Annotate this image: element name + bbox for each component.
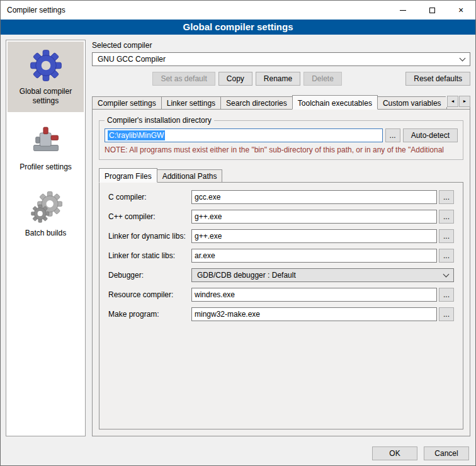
linker-static-input[interactable]: ar.exe [191, 249, 437, 263]
titlebar: Compiler settings × [1, 1, 475, 20]
field-label: Linker for static libs: [108, 251, 191, 260]
c-compiler-input[interactable]: gcc.exe [191, 190, 437, 204]
copy-button[interactable]: Copy [218, 72, 252, 86]
compiler-select[interactable]: GNU GCC Compiler [92, 52, 470, 66]
tab-search-directories[interactable]: Search directories [220, 96, 293, 109]
reset-defaults-button[interactable]: Reset defaults [405, 72, 470, 86]
profiler-icon [30, 125, 62, 157]
sidebar: Global compiler settings Profiler settin… [6, 40, 86, 436]
tab-scroll-left-icon[interactable]: ◄ [447, 96, 458, 107]
compiler-select-value: GNU GCC Compiler [98, 55, 166, 64]
install-note: NOTE: All programs must exist either in … [105, 145, 458, 154]
field-row-c-compiler: C compiler: gcc.exe ... [108, 190, 454, 204]
browse-button[interactable]: ... [439, 249, 454, 263]
make-program-input[interactable]: mingw32-make.exe [191, 307, 437, 321]
sidebar-item-label: Profiler settings [10, 162, 81, 172]
cpp-compiler-input[interactable]: g++.exe [191, 210, 437, 224]
browse-button[interactable]: ... [439, 210, 454, 224]
sidebar-item-profiler-settings[interactable]: Profiler settings [8, 117, 84, 178]
browse-button[interactable]: ... [439, 190, 454, 204]
chevron-down-icon [460, 55, 466, 61]
toolchain-executables-panel: Compiler's installation directory C:\ray… [92, 109, 470, 436]
ok-button[interactable]: OK [372, 446, 417, 460]
field-value: mingw32-make.exe [195, 310, 260, 319]
page-title: Global compiler settings [1, 20, 475, 35]
maximize-button[interactable] [417, 1, 446, 20]
field-row-debugger: Debugger: GDB/CDB debugger : Default [108, 268, 454, 282]
field-label: C++ compiler: [108, 212, 191, 221]
debugger-select-value: GDB/CDB debugger : Default [197, 271, 296, 280]
field-value: gcc.exe [195, 193, 220, 202]
minimize-icon [400, 10, 406, 11]
browse-button[interactable]: ... [439, 229, 454, 243]
installation-directory-group: Compiler's installation directory C:\ray… [99, 116, 463, 160]
sidebar-item-label: Global compiler settings [10, 87, 81, 106]
minimize-button[interactable] [388, 1, 417, 20]
browse-button[interactable]: ... [439, 307, 454, 321]
maximize-icon [429, 8, 435, 13]
field-row-linker-dynamic: Linker for dynamic libs: g++.exe ... [108, 229, 454, 243]
installation-directory-label: Compiler's installation directory [105, 116, 214, 125]
linker-dynamic-input[interactable]: g++.exe [191, 229, 437, 243]
main-panel: Selected compiler GNU GCC Compiler Set a… [92, 40, 470, 436]
sidebar-item-label: Batch builds [10, 229, 81, 238]
sidebar-item-global-compiler-settings[interactable]: Global compiler settings [8, 42, 84, 112]
field-row-make-program: Make program: mingw32-make.exe ... [108, 307, 454, 321]
install-dir-browse-button[interactable]: ... [385, 128, 400, 142]
field-row-cpp-compiler: C++ compiler: g++.exe ... [108, 210, 454, 224]
dialog-footer: OK Cancel [1, 441, 475, 465]
sidebar-item-batch-builds[interactable]: Batch builds [8, 183, 84, 244]
auto-detect-button[interactable]: Auto-detect [403, 128, 458, 142]
tab-scroll-right-icon[interactable]: ► [459, 96, 470, 107]
debugger-select[interactable]: GDB/CDB debugger : Default [191, 268, 454, 282]
resource-compiler-input[interactable]: windres.exe [191, 288, 437, 302]
window-controls: × [388, 1, 475, 20]
program-files-panel: C compiler: gcc.exe ... C++ compiler: g+… [99, 182, 463, 429]
tab-custom-variables[interactable]: Custom variables [377, 96, 447, 109]
gear-icon [30, 49, 62, 82]
field-value: g++.exe [195, 232, 222, 241]
tab-additional-paths[interactable]: Additional Paths [157, 169, 223, 182]
close-button[interactable]: × [446, 1, 475, 20]
dialog-content: Global compiler settings Profiler settin… [1, 35, 475, 441]
install-dir-input[interactable]: C:\raylib\MinGW [105, 128, 383, 142]
set-as-default-button[interactable]: Set as default [152, 72, 215, 86]
installation-directory-row: C:\raylib\MinGW ... Auto-detect [105, 128, 458, 142]
compiler-buttons: Set as default Copy Rename Delete Reset … [92, 72, 470, 86]
field-label: Debugger: [108, 271, 191, 280]
program-tabstrip: Program Files Additional Paths [99, 168, 463, 182]
selected-compiler-label: Selected compiler [92, 41, 470, 50]
compiler-settings-window: Compiler settings × Global compiler sett… [0, 0, 476, 466]
tab-scroll-buttons: ◄ ► [446, 96, 470, 107]
field-label: Make program: [108, 310, 191, 319]
field-label: Linker for dynamic libs: [108, 232, 191, 241]
field-value: g++.exe [195, 212, 222, 221]
browse-button[interactable]: ... [439, 288, 454, 302]
close-icon: × [458, 6, 463, 14]
tab-compiler-settings[interactable]: Compiler settings [92, 96, 162, 109]
field-row-resource-compiler: Resource compiler: windres.exe ... [108, 288, 454, 302]
field-label: Resource compiler: [108, 290, 191, 299]
rename-button[interactable]: Rename [256, 72, 300, 86]
cancel-button[interactable]: Cancel [424, 446, 469, 460]
field-value: ar.exe [195, 251, 215, 260]
window-title: Compiler settings [7, 6, 65, 14]
tab-program-files[interactable]: Program Files [99, 168, 157, 183]
install-dir-selected-text: C:\raylib\MinGW [108, 130, 165, 140]
field-value: windres.exe [195, 290, 235, 299]
tab-toolchain-executables[interactable]: Toolchain executables [292, 95, 378, 110]
chevron-down-icon [443, 271, 450, 277]
field-row-linker-static: Linker for static libs: ar.exe ... [108, 249, 454, 263]
batch-builds-icon [30, 191, 62, 224]
delete-button[interactable]: Delete [303, 72, 342, 86]
field-label: C compiler: [108, 193, 191, 202]
settings-tabstrip: Compiler settings Linker settings Search… [92, 94, 470, 109]
tab-linker-settings[interactable]: Linker settings [161, 96, 221, 109]
